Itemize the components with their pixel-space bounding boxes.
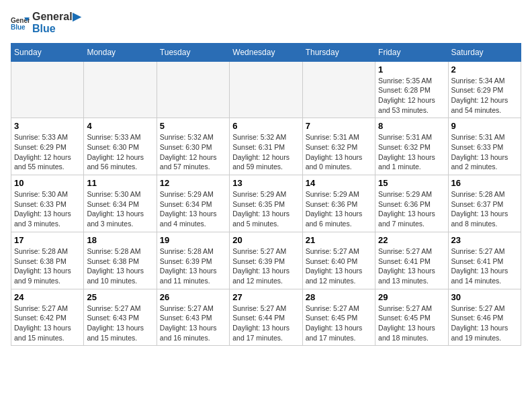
calendar-week-row: 17Sunrise: 5:28 AMSunset: 6:38 PMDayligh… [11, 232, 521, 289]
logo-general: General [32, 11, 73, 22]
day-number: 25 [87, 292, 153, 302]
calendar-cell: 15Sunrise: 5:29 AMSunset: 6:36 PMDayligh… [375, 175, 448, 232]
page-header: General Blue General▶ Blue [11, 11, 521, 35]
calendar-cell: 1Sunrise: 5:35 AMSunset: 6:28 PMDaylight… [375, 61, 448, 118]
day-number: 11 [87, 178, 153, 188]
calendar-header-row: SundayMondayTuesdayWednesdayThursdayFrid… [11, 43, 521, 61]
day-info: Sunrise: 5:27 AMSunset: 6:40 PMDaylight:… [306, 246, 372, 286]
weekday-header-wednesday: Wednesday [230, 43, 302, 61]
calendar-week-row: 1Sunrise: 5:35 AMSunset: 6:28 PMDaylight… [11, 61, 521, 118]
day-number: 3 [14, 121, 81, 131]
day-number: 29 [378, 292, 445, 302]
day-info: Sunrise: 5:28 AMSunset: 6:37 PMDaylight:… [451, 189, 518, 229]
day-info: Sunrise: 5:27 AMSunset: 6:41 PMDaylight:… [378, 246, 445, 286]
logo-icon: General Blue [11, 13, 30, 32]
calendar-cell [302, 61, 375, 118]
day-info: Sunrise: 5:27 AMSunset: 6:43 PMDaylight:… [87, 304, 153, 343]
logo-blue-triangle: ▶ [73, 11, 81, 22]
weekday-header-thursday: Thursday [302, 43, 375, 61]
day-info: Sunrise: 5:33 AMSunset: 6:29 PMDaylight:… [14, 132, 81, 172]
day-number: 1 [378, 64, 445, 75]
calendar-cell [11, 61, 84, 118]
calendar-cell: 4Sunrise: 5:33 AMSunset: 6:30 PMDaylight… [84, 118, 157, 175]
logo: General Blue General▶ Blue [11, 11, 81, 35]
day-info: Sunrise: 5:27 AMSunset: 6:45 PMDaylight:… [306, 304, 372, 343]
day-info: Sunrise: 5:27 AMSunset: 6:43 PMDaylight:… [160, 304, 226, 343]
calendar-cell: 18Sunrise: 5:28 AMSunset: 6:38 PMDayligh… [84, 232, 157, 289]
calendar-cell: 9Sunrise: 5:31 AMSunset: 6:33 PMDaylight… [448, 118, 521, 175]
calendar-cell: 27Sunrise: 5:27 AMSunset: 6:44 PMDayligh… [230, 289, 302, 346]
calendar-cell: 10Sunrise: 5:30 AMSunset: 6:33 PMDayligh… [11, 175, 84, 232]
day-info: Sunrise: 5:27 AMSunset: 6:39 PMDaylight:… [232, 246, 299, 286]
calendar-cell: 3Sunrise: 5:33 AMSunset: 6:29 PMDaylight… [11, 118, 84, 175]
day-number: 8 [378, 121, 445, 131]
calendar-week-row: 24Sunrise: 5:27 AMSunset: 6:42 PMDayligh… [11, 289, 521, 346]
day-number: 19 [160, 235, 226, 245]
day-number: 13 [232, 178, 299, 188]
logo-blue-text: Blue [32, 23, 81, 35]
day-number: 4 [87, 121, 153, 131]
calendar-week-row: 10Sunrise: 5:30 AMSunset: 6:33 PMDayligh… [11, 175, 521, 232]
day-info: Sunrise: 5:34 AMSunset: 6:29 PMDaylight:… [451, 76, 518, 116]
day-info: Sunrise: 5:27 AMSunset: 6:41 PMDaylight:… [451, 246, 518, 286]
weekday-header-friday: Friday [375, 43, 448, 61]
calendar-cell [157, 61, 229, 118]
weekday-header-saturday: Saturday [448, 43, 521, 61]
day-info: Sunrise: 5:28 AMSunset: 6:39 PMDaylight:… [160, 246, 226, 286]
calendar-cell: 22Sunrise: 5:27 AMSunset: 6:41 PMDayligh… [375, 232, 448, 289]
day-info: Sunrise: 5:31 AMSunset: 6:33 PMDaylight:… [451, 132, 518, 172]
calendar-cell: 26Sunrise: 5:27 AMSunset: 6:43 PMDayligh… [157, 289, 229, 346]
day-info: Sunrise: 5:33 AMSunset: 6:30 PMDaylight:… [87, 132, 153, 172]
day-number: 6 [232, 121, 299, 131]
day-info: Sunrise: 5:32 AMSunset: 6:30 PMDaylight:… [160, 132, 226, 172]
day-info: Sunrise: 5:28 AMSunset: 6:38 PMDaylight:… [14, 246, 81, 286]
calendar-cell: 25Sunrise: 5:27 AMSunset: 6:43 PMDayligh… [84, 289, 157, 346]
day-number: 2 [451, 64, 518, 75]
calendar-cell [84, 61, 157, 118]
day-info: Sunrise: 5:29 AMSunset: 6:36 PMDaylight:… [378, 189, 445, 229]
day-info: Sunrise: 5:27 AMSunset: 6:44 PMDaylight:… [232, 304, 299, 343]
calendar-cell: 29Sunrise: 5:27 AMSunset: 6:45 PMDayligh… [375, 289, 448, 346]
calendar-cell: 28Sunrise: 5:27 AMSunset: 6:45 PMDayligh… [302, 289, 375, 346]
weekday-header-monday: Monday [84, 43, 157, 61]
day-number: 28 [306, 292, 372, 302]
day-info: Sunrise: 5:30 AMSunset: 6:33 PMDaylight:… [14, 189, 81, 229]
day-number: 21 [306, 235, 372, 245]
day-info: Sunrise: 5:31 AMSunset: 6:32 PMDaylight:… [306, 132, 372, 172]
calendar-cell: 11Sunrise: 5:30 AMSunset: 6:34 PMDayligh… [84, 175, 157, 232]
day-number: 24 [14, 292, 81, 302]
svg-text:Blue: Blue [11, 24, 26, 31]
calendar-cell: 23Sunrise: 5:27 AMSunset: 6:41 PMDayligh… [448, 232, 521, 289]
day-info: Sunrise: 5:27 AMSunset: 6:46 PMDaylight:… [451, 304, 518, 343]
day-info: Sunrise: 5:30 AMSunset: 6:34 PMDaylight:… [87, 189, 153, 229]
day-number: 23 [451, 235, 518, 245]
calendar-cell: 12Sunrise: 5:29 AMSunset: 6:34 PMDayligh… [157, 175, 229, 232]
calendar-cell: 21Sunrise: 5:27 AMSunset: 6:40 PMDayligh… [302, 232, 375, 289]
calendar-cell: 16Sunrise: 5:28 AMSunset: 6:37 PMDayligh… [448, 175, 521, 232]
day-info: Sunrise: 5:35 AMSunset: 6:28 PMDaylight:… [378, 76, 445, 116]
day-number: 26 [160, 292, 226, 302]
day-number: 20 [232, 235, 299, 245]
day-number: 17 [14, 235, 81, 245]
calendar-cell [230, 61, 302, 118]
day-info: Sunrise: 5:29 AMSunset: 6:34 PMDaylight:… [160, 189, 226, 229]
calendar-cell: 17Sunrise: 5:28 AMSunset: 6:38 PMDayligh… [11, 232, 84, 289]
calendar-cell: 24Sunrise: 5:27 AMSunset: 6:42 PMDayligh… [11, 289, 84, 346]
day-number: 18 [87, 235, 153, 245]
day-number: 15 [378, 178, 445, 188]
calendar-cell: 13Sunrise: 5:29 AMSunset: 6:35 PMDayligh… [230, 175, 302, 232]
weekday-header-sunday: Sunday [11, 43, 84, 61]
calendar-cell: 30Sunrise: 5:27 AMSunset: 6:46 PMDayligh… [448, 289, 521, 346]
day-info: Sunrise: 5:27 AMSunset: 6:45 PMDaylight:… [378, 304, 445, 343]
calendar-cell: 6Sunrise: 5:32 AMSunset: 6:31 PMDaylight… [230, 118, 302, 175]
day-number: 10 [14, 178, 81, 188]
calendar-cell: 14Sunrise: 5:29 AMSunset: 6:36 PMDayligh… [302, 175, 375, 232]
day-info: Sunrise: 5:31 AMSunset: 6:32 PMDaylight:… [378, 132, 445, 172]
day-number: 14 [306, 178, 372, 188]
day-info: Sunrise: 5:32 AMSunset: 6:31 PMDaylight:… [232, 132, 299, 172]
calendar-week-row: 3Sunrise: 5:33 AMSunset: 6:29 PMDaylight… [11, 118, 521, 175]
calendar-cell: 8Sunrise: 5:31 AMSunset: 6:32 PMDaylight… [375, 118, 448, 175]
day-number: 7 [306, 121, 372, 131]
day-info: Sunrise: 5:28 AMSunset: 6:38 PMDaylight:… [87, 246, 153, 286]
calendar-cell: 7Sunrise: 5:31 AMSunset: 6:32 PMDaylight… [302, 118, 375, 175]
